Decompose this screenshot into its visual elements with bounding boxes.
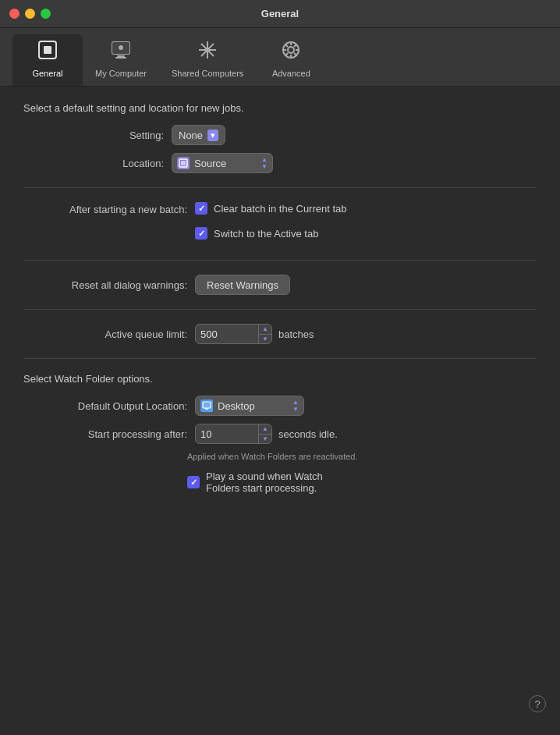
output-location-row: Default Output Location: Desktop ▲ ▼	[23, 396, 537, 416]
processing-unit: seconds idle.	[278, 428, 338, 440]
location-icon	[177, 157, 190, 169]
maximize-button[interactable]	[41, 9, 51, 19]
svg-point-11	[205, 48, 210, 52]
processing-note: Applied when Watch Folders are reactivat…	[187, 452, 537, 461]
clear-batch-row: Clear batch in the Current tab	[195, 202, 347, 215]
processing-stepper[interactable]: ▲ ▼	[258, 424, 271, 443]
title-bar: General	[0, 0, 560, 28]
svg-rect-5	[117, 55, 125, 57]
svg-line-19	[294, 53, 296, 55]
output-location-label: Default Output Location:	[23, 400, 187, 412]
processing-after-input-wrap: ▲ ▼	[195, 424, 272, 444]
setting-value: None	[179, 130, 203, 141]
location-row: Location: Source ▲ ▼	[23, 153, 537, 173]
location-stepper[interactable]: ▲ ▼	[261, 157, 268, 170]
svg-rect-23	[181, 161, 186, 165]
my-computer-icon	[110, 39, 132, 66]
clear-batch-checkbox[interactable]	[195, 202, 207, 215]
svg-point-4	[119, 45, 123, 50]
svg-line-20	[294, 44, 296, 47]
watch-folder-header: Select Watch Folder options.	[23, 373, 537, 385]
sound-checkbox-row: Play a sound when Watch Folders start pr…	[187, 470, 537, 494]
tab-my-computer-label: My Computer	[95, 69, 147, 78]
setting-dropdown-arrow[interactable]: ▾	[207, 130, 218, 141]
svg-line-21	[285, 53, 288, 55]
desktop-icon	[200, 399, 213, 412]
queue-limit-label: Active queue limit:	[23, 328, 187, 340]
batch-options-label: After starting a new batch:	[23, 202, 187, 215]
sound-row: Play a sound when Watch Folders start pr…	[187, 470, 537, 494]
processing-stepper-down[interactable]: ▼	[259, 435, 271, 444]
location-value: Source	[194, 158, 226, 169]
batch-checkboxes: Clear batch in the Current tab Switch to…	[195, 202, 347, 246]
location-label: Location:	[23, 158, 164, 169]
tab-my-computer[interactable]: My Computer	[83, 34, 159, 86]
tab-advanced[interactable]: Advanced	[256, 34, 326, 86]
toolbar: General My Computer Shared Computers	[0, 28, 560, 87]
queue-limit-input-wrap: ▲ ▼	[195, 324, 272, 344]
close-button[interactable]	[9, 9, 19, 19]
tab-advanced-label: Advanced	[272, 69, 310, 78]
location-dropdown[interactable]: Source ▲ ▼	[172, 153, 273, 173]
tab-general-label: General	[32, 69, 62, 78]
sound-checkbox[interactable]	[187, 476, 200, 488]
divider-4	[23, 358, 537, 359]
svg-rect-25	[203, 402, 211, 408]
tab-shared-computers[interactable]: Shared Computers	[159, 34, 256, 86]
clear-batch-label: Clear batch in the Current tab	[214, 203, 347, 215]
queue-limit-row: Active queue limit: ▲ ▼ batches	[23, 324, 537, 344]
tab-general[interactable]: General	[12, 34, 83, 86]
help-icon: ?	[534, 698, 540, 710]
svg-rect-26	[205, 408, 208, 410]
window-controls[interactable]	[9, 9, 51, 19]
batch-options-row: After starting a new batch: Clear batch …	[23, 202, 537, 246]
reset-row: Reset all dialog warnings: Reset Warning…	[23, 275, 537, 295]
setting-dropdown[interactable]: None ▾	[172, 125, 225, 145]
processing-after-input[interactable]	[196, 428, 258, 440]
window-title: General	[261, 8, 299, 20]
svg-rect-6	[115, 57, 126, 59]
tab-shared-computers-label: Shared Computers	[172, 69, 243, 78]
advanced-icon	[280, 39, 302, 66]
reset-label: Reset all dialog warnings:	[23, 279, 187, 291]
svg-rect-1	[44, 46, 51, 54]
output-location-dropdown[interactable]: Desktop ▲ ▼	[195, 396, 304, 416]
divider-2	[23, 260, 537, 261]
switch-tab-checkbox[interactable]	[195, 227, 207, 240]
switch-tab-row: Switch to the Active tab	[195, 227, 347, 240]
divider-3	[23, 309, 537, 310]
queue-limit-up[interactable]: ▲	[259, 325, 271, 335]
queue-limit-down[interactable]: ▼	[259, 335, 271, 344]
processing-note-wrap: Applied when Watch Folders are reactivat…	[187, 452, 537, 461]
batches-unit: batches	[278, 328, 314, 340]
shared-computers-icon	[197, 39, 218, 66]
output-location-value: Desktop	[218, 400, 255, 412]
reset-warnings-button[interactable]: Reset Warnings	[195, 275, 290, 295]
setting-label: Setting:	[23, 130, 164, 141]
main-content: Select a default setting and location fo…	[0, 87, 560, 723]
general-icon	[37, 39, 58, 66]
svg-point-13	[288, 47, 294, 53]
processing-stepper-up[interactable]: ▲	[259, 424, 271, 435]
output-location-stepper[interactable]: ▲ ▼	[292, 399, 299, 413]
job-settings-header: Select a default setting and location fo…	[23, 102, 537, 114]
queue-limit-stepper[interactable]: ▲ ▼	[258, 325, 271, 343]
help-button[interactable]: ?	[529, 695, 546, 712]
setting-row: Setting: None ▾	[23, 125, 537, 145]
queue-limit-input[interactable]	[196, 328, 258, 340]
sound-label: Play a sound when Watch Folders start pr…	[206, 470, 323, 494]
switch-tab-label: Switch to the Active tab	[214, 228, 318, 240]
processing-after-label: Start processing after:	[23, 428, 187, 440]
minimize-button[interactable]	[25, 9, 35, 19]
divider-1	[23, 187, 537, 188]
processing-after-row: Start processing after: ▲ ▼ seconds idle…	[23, 424, 537, 444]
svg-line-18	[285, 44, 288, 47]
